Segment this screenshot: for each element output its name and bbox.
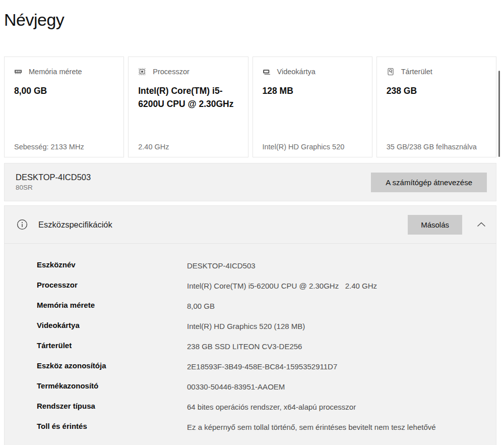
card-label: Processzor bbox=[153, 68, 190, 76]
spec-row-storage: Tárterület 238 GB SSD LITEON CV3-DE256 bbox=[37, 340, 468, 353]
spec-row-processor: Processzor Intel(R) Core(TM) i5-6200U CP… bbox=[37, 280, 468, 292]
hardware-cards: Memória mérete 8,00 GB Sebesség: 2133 MH… bbox=[4, 57, 496, 157]
cpu-icon bbox=[138, 68, 146, 76]
spec-row-graphics: Videokártya Intel(R) HD Graphics 520 (12… bbox=[37, 320, 468, 332]
copy-button[interactable]: Másolás bbox=[408, 215, 462, 235]
card-label: Memória mérete bbox=[29, 68, 82, 76]
card-footer: 35 GB/238 GB felhasználva bbox=[387, 143, 491, 151]
card-value: 8,00 GB bbox=[14, 84, 114, 97]
device-specs-table: Eszköznév DESKTOP-4ICD503 Processzor Int… bbox=[4, 244, 496, 445]
card-memory: Memória mérete 8,00 GB Sebesség: 2133 MH… bbox=[4, 57, 124, 157]
card-value: 128 MB bbox=[263, 84, 363, 97]
card-value: 238 GB bbox=[387, 84, 487, 97]
spec-row-product-id: Termékazonosító 00330-50446-83951-AAOEM bbox=[37, 380, 468, 393]
card-footer: Sebesség: 2133 MHz bbox=[14, 143, 118, 151]
card-label: Videokártya bbox=[277, 68, 316, 76]
computer-name-bar: DESKTOP-4ICD503 80SR A számítógép átneve… bbox=[4, 163, 496, 201]
card-footer: 2.40 GHz bbox=[138, 143, 242, 151]
spec-row-device-name: Eszköznév DESKTOP-4ICD503 bbox=[37, 259, 468, 272]
card-processor: Processzor Intel(R) Core(TM) i5-6200U CP… bbox=[128, 57, 248, 157]
card-value: Intel(R) Core(TM) i5-6200U CPU @ 2.30GHz bbox=[138, 84, 238, 110]
spec-row-device-id: Eszköz azonosítója 2E18593F-3B49-458E-BC… bbox=[37, 360, 468, 373]
rename-computer-button[interactable]: A számítógép átnevezése bbox=[371, 173, 487, 192]
card-graphics: Videokártya 128 MB Intel(R) HD Graphics … bbox=[253, 57, 372, 157]
storage-icon bbox=[387, 68, 395, 76]
card-footer: Intel(R) HD Graphics 520 bbox=[263, 143, 367, 151]
spec-row-pen-touch: Toll és érintés Ez a képernyő sem tollal… bbox=[37, 421, 468, 433]
device-specs-expander-header[interactable]: Eszközspecifikációk Másolás bbox=[4, 205, 496, 244]
spec-row-memory: Memória mérete 8,00 GB bbox=[37, 300, 468, 312]
computer-name: DESKTOP-4ICD503 bbox=[16, 172, 91, 183]
page-title: Névjegy bbox=[4, 9, 496, 30]
chevron-up-icon[interactable] bbox=[477, 222, 486, 227]
card-storage: Tárterület 238 GB 35 GB/238 GB felhaszná… bbox=[376, 57, 496, 157]
computer-model: 80SR bbox=[16, 184, 91, 192]
card-label: Tárterület bbox=[401, 68, 432, 76]
info-icon bbox=[17, 219, 28, 230]
spec-row-system-type: Rendszer típusa 64 bites operációs rends… bbox=[37, 401, 468, 413]
device-specs-title: Eszközspecifikációk bbox=[38, 220, 112, 230]
memory-icon bbox=[14, 68, 22, 76]
scrollbar-thumb[interactable] bbox=[498, 71, 500, 157]
gpu-icon bbox=[263, 68, 271, 76]
